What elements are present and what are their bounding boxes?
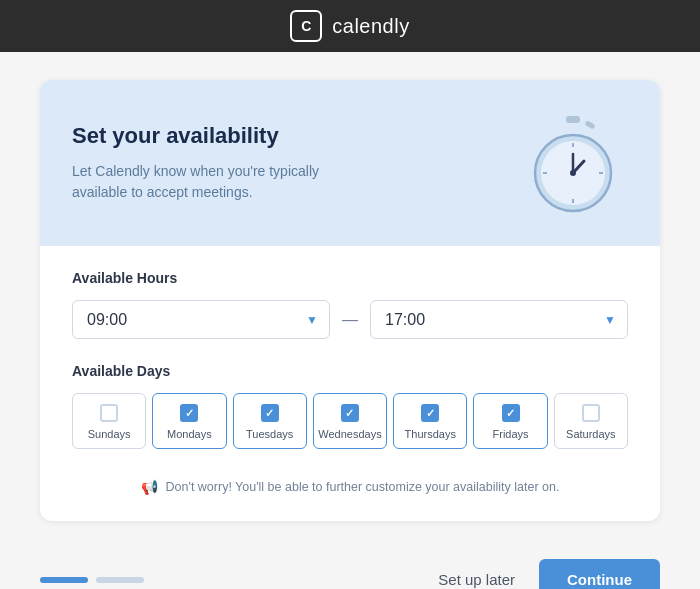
checkmark-icon: ✓ — [426, 408, 435, 419]
day-item-tuesdays[interactable]: ✓Tuesdays — [233, 393, 307, 449]
day-item-thursdays[interactable]: ✓Thursdays — [393, 393, 467, 449]
setup-later-button[interactable]: Set up later — [438, 571, 515, 588]
end-time-select[interactable]: 00:0001:0002:0003:0004:0005:0006:0007:00… — [370, 300, 628, 339]
progress-step-2 — [96, 577, 144, 583]
svg-rect-1 — [585, 120, 596, 129]
time-row: 00:0001:0002:0003:0004:0005:0006:0007:00… — [72, 300, 628, 339]
form-section: Available Hours 00:0001:0002:0003:0004:0… — [40, 246, 660, 521]
app-header: C calendly — [0, 0, 700, 52]
app-title: calendly — [332, 15, 409, 38]
note-icon: 📢 — [141, 479, 158, 495]
banner-text: Set your availability Let Calendly know … — [72, 123, 372, 203]
banner-description: Let Calendly know when you're typically … — [72, 161, 372, 203]
banner: Set your availability Let Calendly know … — [40, 80, 660, 246]
footer: Set up later Continue — [0, 541, 700, 589]
banner-heading: Set your availability — [72, 123, 372, 149]
end-time-wrapper: 00:0001:0002:0003:0004:0005:0006:0007:00… — [370, 300, 628, 339]
day-item-mondays[interactable]: ✓Mondays — [152, 393, 226, 449]
svg-rect-0 — [566, 116, 580, 123]
day-item-wednesdays[interactable]: ✓Wednesdays — [313, 393, 387, 449]
day-checkbox-thursdays: ✓ — [421, 404, 439, 422]
day-item-fridays[interactable]: ✓Fridays — [473, 393, 547, 449]
day-checkbox-sundays — [100, 404, 118, 422]
logo-icon: C — [290, 10, 322, 42]
note-text: Don't worry! You'll be able to further c… — [166, 480, 560, 494]
day-label-saturdays: Saturdays — [566, 428, 616, 440]
time-separator: — — [342, 311, 358, 329]
start-time-select[interactable]: 00:0001:0002:0003:0004:0005:0006:0007:00… — [72, 300, 330, 339]
day-checkbox-wednesdays: ✓ — [341, 404, 359, 422]
day-label-thursdays: Thursdays — [405, 428, 456, 440]
start-time-wrapper: 00:0001:0002:0003:0004:0005:0006:0007:00… — [72, 300, 330, 339]
day-label-fridays: Fridays — [493, 428, 529, 440]
note-row: 📢 Don't worry! You'll be able to further… — [72, 469, 628, 501]
day-checkbox-saturdays — [582, 404, 600, 422]
days-label: Available Days — [72, 363, 628, 379]
checkmark-icon: ✓ — [345, 408, 354, 419]
stopwatch-icon — [518, 108, 628, 218]
day-item-sundays[interactable]: Sundays — [72, 393, 146, 449]
day-checkbox-mondays: ✓ — [180, 404, 198, 422]
footer-actions: Set up later Continue — [438, 559, 660, 589]
stopwatch-illustration — [518, 108, 628, 218]
day-item-saturdays[interactable]: Saturdays — [554, 393, 628, 449]
checkmark-icon: ✓ — [185, 408, 194, 419]
day-checkbox-tuesdays: ✓ — [261, 404, 279, 422]
day-label-wednesdays: Wednesdays — [318, 428, 381, 440]
svg-point-7 — [570, 170, 576, 176]
day-checkbox-fridays: ✓ — [502, 404, 520, 422]
day-label-tuesdays: Tuesdays — [246, 428, 293, 440]
checkmark-icon: ✓ — [265, 408, 274, 419]
progress-step-1 — [40, 577, 88, 583]
checkmark-icon: ✓ — [506, 408, 515, 419]
progress-bar — [40, 577, 144, 583]
continue-button[interactable]: Continue — [539, 559, 660, 589]
days-row: Sundays✓Mondays✓Tuesdays✓Wednesdays✓Thur… — [72, 393, 628, 449]
hours-label: Available Hours — [72, 270, 628, 286]
day-label-mondays: Mondays — [167, 428, 212, 440]
day-label-sundays: Sundays — [88, 428, 131, 440]
availability-card: Set your availability Let Calendly know … — [40, 80, 660, 521]
main-content: Set your availability Let Calendly know … — [0, 52, 700, 541]
